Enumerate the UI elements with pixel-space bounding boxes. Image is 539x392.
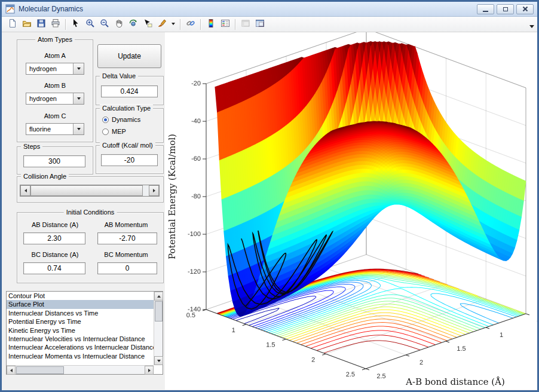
list-item[interactable]: Surface Plot xyxy=(7,300,154,308)
brush-icon xyxy=(157,19,167,30)
list-item[interactable]: Potential Energy vs Time xyxy=(7,317,154,326)
calculation-type-panel: Calculation Type Dynamics MEP xyxy=(96,108,164,143)
rotate-3d-icon xyxy=(128,19,138,30)
plot-type-listbox[interactable]: Contour PlotSurface PlotInternuclear Dis… xyxy=(6,291,163,375)
ab-distance-input[interactable] xyxy=(23,232,85,244)
open-file-button[interactable] xyxy=(20,17,34,32)
collision-angle-slider[interactable] xyxy=(20,185,160,197)
print-figure-icon xyxy=(51,19,60,30)
new-figure-button[interactable] xyxy=(5,17,20,32)
collision-angle-panel: Collision Angle xyxy=(17,176,164,203)
radio-mep-label: MEP xyxy=(112,128,126,135)
list-item[interactable]: Internuclear Velocities vs Internuclear … xyxy=(7,335,154,343)
collision-angle-label: Collision Angle xyxy=(21,173,69,180)
atom-a-select[interactable]: hydrogen xyxy=(26,63,84,75)
slider-right-arrow[interactable] xyxy=(149,185,159,196)
list-item[interactable]: Contour Plot xyxy=(7,292,154,300)
steps-input[interactable] xyxy=(23,155,85,167)
vertical-scroll-thumb[interactable] xyxy=(155,301,163,321)
scroll-left-button[interactable] xyxy=(7,366,16,375)
update-button[interactable]: Update xyxy=(97,44,161,68)
atom-b-value: hydrogen xyxy=(26,93,73,104)
list-item[interactable]: Internuclear Accelerations vs Internucle… xyxy=(7,343,154,351)
toolbar-overflow-icon[interactable] xyxy=(529,25,534,28)
hide-plot-tools-button[interactable] xyxy=(238,17,253,32)
atom-b-label: Atom B xyxy=(17,82,93,89)
radio-selected-icon xyxy=(102,117,109,123)
atom-c-select[interactable]: fluorine xyxy=(26,123,84,135)
close-button[interactable] xyxy=(516,4,534,14)
horizontal-scrollbar[interactable] xyxy=(7,365,154,374)
restore-button[interactable] xyxy=(497,4,514,14)
insert-legend-icon xyxy=(220,19,230,30)
slider-thumb[interactable] xyxy=(30,185,143,196)
restore-icon xyxy=(503,7,508,11)
scroll-right-button[interactable] xyxy=(145,366,154,375)
data-cursor-icon xyxy=(143,19,152,30)
pan-icon xyxy=(114,19,124,30)
slider-left-arrow[interactable] xyxy=(20,185,30,196)
app-window: Molecular Dynamics Atom Types Atom A hyd… xyxy=(0,0,539,392)
radio-dynamics[interactable]: Dynamics xyxy=(102,116,140,123)
toolbar-separator xyxy=(200,19,201,30)
atom-c-value: fluorine xyxy=(26,124,73,134)
titlebar[interactable]: Molecular Dynamics xyxy=(2,2,537,17)
insert-colorbar-icon xyxy=(206,19,216,30)
list-item[interactable]: Internuclear Momenta vs Internuclear Dis… xyxy=(7,352,154,360)
bc-momentum-input[interactable] xyxy=(97,262,157,274)
dropdown-arrow-icon[interactable] xyxy=(73,63,84,74)
edit-plot-button[interactable] xyxy=(69,17,83,32)
radio-mep[interactable]: MEP xyxy=(102,128,126,135)
zoom-in-icon xyxy=(85,19,95,30)
surface-plot-canvas[interactable] xyxy=(165,32,537,390)
horizontal-scroll-thumb[interactable] xyxy=(16,366,64,374)
window-controls xyxy=(477,4,534,14)
link-plot-button[interactable] xyxy=(183,17,198,32)
scroll-down-button[interactable] xyxy=(154,356,163,365)
pan-button[interactable] xyxy=(112,17,126,32)
toolbar-separator xyxy=(235,19,236,30)
delta-value-input[interactable] xyxy=(101,85,158,97)
atom-a-value: hydrogen xyxy=(26,63,73,74)
brush-menu-button[interactable] xyxy=(169,17,177,32)
app-icon xyxy=(5,4,15,14)
bc-distance-input[interactable] xyxy=(23,262,85,274)
list-item[interactable]: Kinetic Energy vs Time xyxy=(7,326,154,335)
ab-momentum-label: AB Momentum xyxy=(94,221,158,228)
zoom-out-button[interactable] xyxy=(97,17,112,32)
steps-panel: Steps xyxy=(17,146,93,174)
zoom-in-button[interactable] xyxy=(83,17,97,32)
minimize-button[interactable] xyxy=(477,4,494,14)
dropdown-arrow-icon[interactable] xyxy=(73,124,84,134)
print-figure-button[interactable] xyxy=(48,17,63,32)
cutoff-input[interactable] xyxy=(101,154,158,166)
vertical-scrollbar[interactable] xyxy=(154,292,163,365)
cutoff-panel: Cutoff (Kcal/ mol) xyxy=(96,145,164,174)
data-cursor-button[interactable] xyxy=(140,17,155,32)
toolbar-separator xyxy=(180,19,181,30)
save-figure-button[interactable] xyxy=(34,17,48,32)
calculation-type-title: Calculation Type xyxy=(100,105,153,112)
scroll-up-button[interactable] xyxy=(154,292,163,301)
delta-value-title: Delta Value xyxy=(100,72,138,79)
list-item[interactable]: Internuclear Distances vs Time xyxy=(7,309,154,317)
dropdown-arrow-icon[interactable] xyxy=(73,93,84,104)
show-plot-tools-button[interactable] xyxy=(253,17,267,32)
close-icon xyxy=(522,6,528,12)
cutoff-title: Cutoff (Kcal/ mol) xyxy=(100,142,155,149)
new-figure-icon xyxy=(8,19,17,30)
atom-c-label: Atom C xyxy=(17,112,93,120)
insert-legend-button[interactable] xyxy=(218,17,232,32)
zoom-out-icon xyxy=(100,19,109,30)
steps-title: Steps xyxy=(21,143,42,150)
open-file-icon xyxy=(22,19,32,30)
insert-colorbar-button[interactable] xyxy=(204,17,218,32)
bc-distance-label: BC Distance (A) xyxy=(22,251,88,258)
figure-toolbar xyxy=(2,17,537,32)
rotate-3d-button[interactable] xyxy=(126,17,140,32)
show-plot-tools-icon xyxy=(255,19,265,30)
atom-b-select[interactable]: hydrogen xyxy=(26,93,84,105)
brush-button[interactable] xyxy=(155,17,169,32)
radio-unselected-icon xyxy=(102,128,109,135)
ab-momentum-input[interactable] xyxy=(97,232,157,244)
